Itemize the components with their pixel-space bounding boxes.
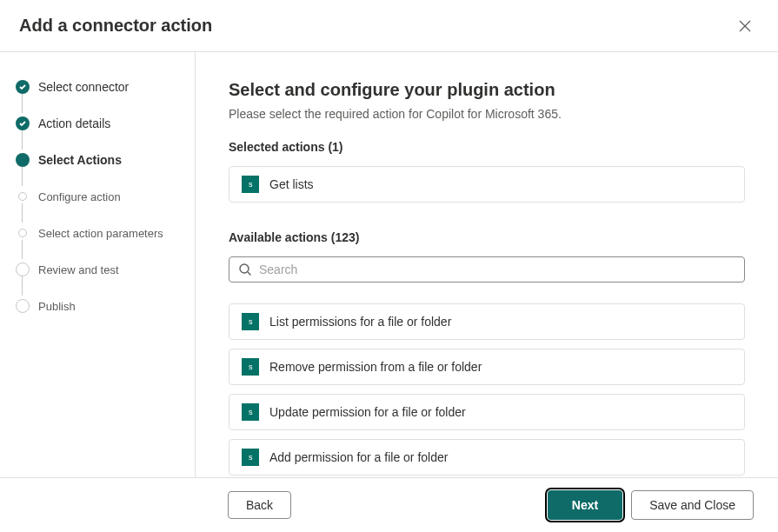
step-connector (22, 94, 23, 113)
step-action-details[interactable]: Action details (12, 113, 184, 134)
sharepoint-icon: s (242, 176, 259, 193)
step-connector (22, 130, 23, 150)
upcoming-step-icon (18, 229, 27, 237)
save-and-close-button[interactable]: Save and Close (631, 490, 754, 520)
svg-line-3 (248, 272, 251, 276)
step-label: Select action parameters (38, 227, 163, 240)
step-label: Action details (38, 116, 110, 130)
sharepoint-icon: s (242, 358, 259, 376)
step-select-action-parameters: Select action parameters (12, 223, 184, 243)
step-connector (22, 167, 23, 186)
dialog-title: Add a connector action (19, 16, 212, 36)
step-label: Select connector (38, 80, 129, 94)
check-icon (16, 80, 30, 94)
footer-left: Back (228, 491, 291, 519)
step-connector (22, 203, 23, 223)
page-title: Select and configure your plugin action (229, 80, 745, 100)
available-action-item[interactable]: s Add permission for a file or folder (229, 439, 745, 475)
close-button[interactable] (736, 17, 754, 35)
search-box[interactable] (229, 256, 745, 283)
step-configure-action: Configure action (12, 186, 184, 207)
wizard-sidebar: Select connector Action details Select A… (0, 52, 196, 477)
step-label: Review and test (38, 263, 119, 276)
step-connector (22, 240, 23, 259)
step-review-and-test: Review and test (12, 259, 184, 280)
action-label: List permissions for a file or folder (269, 315, 451, 329)
step-select-connector[interactable]: Select connector (12, 76, 184, 97)
next-button[interactable]: Next (548, 490, 622, 520)
section-spacer (229, 211, 745, 230)
step-label: Select Actions (38, 153, 122, 167)
footer-right: Next Save and Close (548, 490, 754, 520)
back-button[interactable]: Back (228, 491, 291, 519)
dialog-footer: Back Next Save and Close (0, 477, 778, 532)
available-action-item[interactable]: s Remove permission from a file or folde… (229, 349, 745, 385)
action-label: Remove permission from a file or folder (269, 360, 482, 374)
current-step-icon (16, 153, 30, 167)
action-label: Update permission for a file or folder (269, 405, 466, 419)
wizard-steps: Select connector Action details Select A… (12, 76, 184, 316)
search-icon (238, 263, 252, 276)
upcoming-step-icon (16, 299, 30, 313)
close-icon (739, 20, 751, 32)
main-content: Select and configure your plugin action … (196, 52, 778, 477)
available-actions-label: Available actions (123) (229, 230, 745, 244)
step-label: Publish (38, 300, 76, 313)
step-publish: Publish (12, 296, 184, 316)
step-label: Configure action (38, 190, 121, 203)
step-select-actions[interactable]: Select Actions (12, 150, 184, 170)
upcoming-step-icon (16, 263, 30, 276)
check-icon (16, 116, 30, 130)
step-connector (22, 276, 23, 296)
action-label: Get lists (269, 177, 314, 191)
page-subtitle: Please select the required action for Co… (229, 107, 745, 121)
sharepoint-icon: s (242, 449, 259, 466)
sharepoint-icon: s (242, 403, 259, 421)
upcoming-step-icon (18, 192, 27, 201)
svg-point-2 (240, 264, 249, 273)
sharepoint-icon: s (242, 313, 259, 330)
dialog-header: Add a connector action (0, 0, 778, 51)
available-action-item[interactable]: s List permissions for a file or folder (229, 303, 745, 340)
selected-action-item[interactable]: s Get lists (229, 166, 745, 203)
selected-actions-label: Selected actions (1) (229, 140, 745, 154)
action-label: Add permission for a file or folder (269, 450, 448, 464)
dialog-body: Select connector Action details Select A… (0, 52, 778, 477)
search-input[interactable] (259, 263, 735, 276)
available-action-item[interactable]: s Update permission for a file or folder (229, 394, 745, 430)
